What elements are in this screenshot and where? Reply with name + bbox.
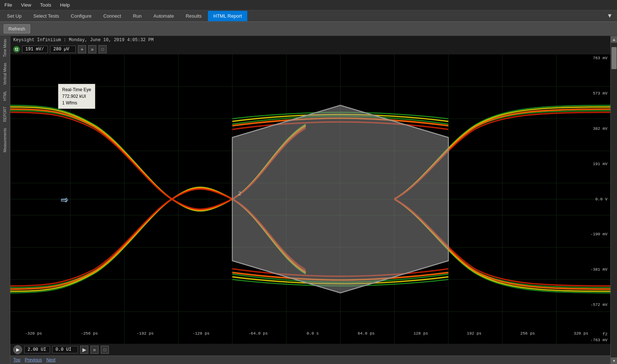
nav-previous[interactable]: Previous [25,357,42,363]
tab-results[interactable]: Results [180,11,207,21]
scope-wrapper: Keysight Infiniium : Monday, June 10, 20… [10,36,610,364]
refresh-button[interactable]: Refresh [4,24,30,33]
scope-display: ⇨ ⇒ 763 mV 573 mV 382 mV 191 mV 0.0 V -1… [10,54,610,344]
tab-configure[interactable]: Configure [65,11,97,21]
side-labels: Time Meas Vertical Meas HTML REPORT Meas… [0,36,10,364]
square-button[interactable]: □ [99,45,107,53]
tab-setup[interactable]: Set Up [1,11,27,21]
bottom-ff-button[interactable]: » [90,346,99,354]
tab-connect[interactable]: Connect [98,11,126,21]
side-label-report: REPORT [1,104,8,125]
scope-header-text: Keysight Infiniium : Monday, June 10, 20… [13,38,154,43]
mask-number-label: 2 [238,190,241,196]
toolbar: Refresh [0,22,617,36]
tab-html-report[interactable]: HTML Report [208,11,247,21]
nav-top[interactable]: Top [13,357,20,363]
scroll-up-arrow[interactable]: ▲ [611,36,617,43]
menubar: File View Tools Help [0,0,617,10]
channel-scale[interactable]: 191 mV/ [22,46,48,53]
scrollbar: ▲ ▼ [610,36,617,364]
scope-header: Keysight Infiniium : Monday, June 10, 20… [10,36,610,44]
nav-next[interactable]: Next [46,357,56,363]
side-label-html: HTML [1,88,8,104]
fast-forward-button[interactable]: » [88,45,96,53]
menu-tools[interactable]: Tools [39,1,53,8]
menu-view[interactable]: View [19,1,33,8]
tab-automate[interactable]: Automate [148,11,179,21]
add-button[interactable]: + [78,45,86,53]
play-button[interactable]: ▶ [13,345,22,354]
bottom-sq-button[interactable]: □ [101,346,109,354]
scroll-track[interactable] [611,43,617,357]
side-label-vertical-meas: Vertical Meas [1,60,8,88]
main-window: File View Tools Help Set Up Select Tests… [0,0,617,364]
timebase1[interactable]: 2.00 UI [24,346,50,353]
side-label-measurements: Measurements [1,125,8,155]
tab-select-tests[interactable]: Select Tests [28,11,65,21]
tab-run[interactable]: Run [127,11,147,21]
bottom-nav: Top Previous Next [10,356,610,364]
eye-diagram-svg: ⇨ ⇒ [10,54,610,344]
svg-text:⇒: ⇒ [60,195,67,206]
menu-help[interactable]: Help [58,1,71,8]
side-label-time-meas: Time Meas [1,36,8,60]
main-content: Time Meas Vertical Meas HTML REPORT Meas… [0,36,617,364]
bottom-controls: ▶ 2.00 UI 0.0 UI ▶ » □ [10,344,610,356]
timebase2[interactable]: 0.0 UI [52,346,78,353]
svg-marker-19 [232,105,449,293]
bottom-add-button[interactable]: ▶ [80,346,88,354]
channel-controls: f2 191 mV/ 280 µV + » □ [10,44,610,54]
scroll-down-arrow[interactable]: ▼ [611,357,617,364]
scroll-thumb[interactable] [611,47,617,69]
f2-bottom-label: f2 [603,332,607,336]
tabs-bar: Set Up Select Tests Configure Connect Ru… [0,10,617,22]
channel-offset[interactable]: 280 µV [50,46,76,53]
menu-file[interactable]: File [3,1,14,8]
channel-badge[interactable]: f2 [13,46,20,53]
tab-dropdown-arrow[interactable]: ▼ [604,10,616,21]
